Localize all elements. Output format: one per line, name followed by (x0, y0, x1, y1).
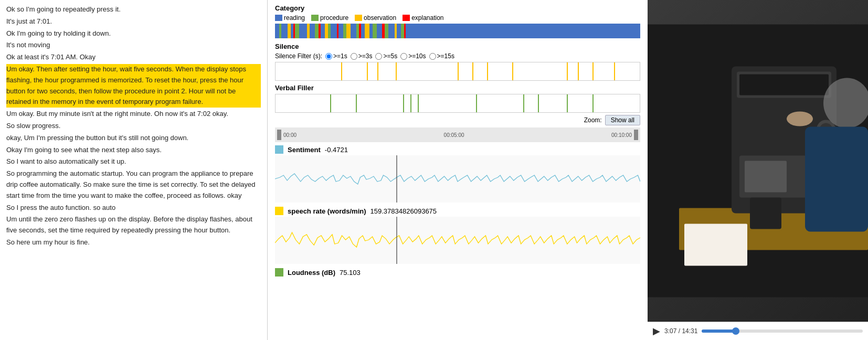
sentiment-value: -0.4721 (325, 146, 348, 154)
legend-color-reading (275, 15, 282, 21)
silence-marker (472, 62, 473, 80)
transcript-line: So slow progress. (6, 121, 261, 132)
timeline-label-end: 00:10:00 (611, 132, 632, 138)
transcript-line: Um until the zero zero flashes up on the… (6, 214, 261, 236)
category-bar-segment (281, 24, 288, 38)
sentiment-color-box (275, 145, 283, 154)
category-bar-segment (275, 24, 279, 38)
legend-color-explanation (403, 15, 410, 21)
verbal-filler-marker (418, 94, 419, 112)
silence-option-1s[interactable]: >=1s (325, 52, 347, 60)
legend-label-reading: reading (284, 14, 305, 22)
verbal-filler-marker (592, 94, 594, 112)
zoom-row: Zoom: Show all (275, 115, 640, 125)
silence-marker (614, 62, 615, 80)
category-bar-segment (397, 24, 401, 38)
category-bar-fill (410, 24, 640, 38)
silence-marker (458, 62, 459, 80)
category-bar-segment (385, 24, 388, 38)
video-scene-svg (648, 0, 868, 322)
silence-marker (367, 62, 368, 80)
svg-point-14 (787, 112, 813, 126)
legend-color-procedure (311, 15, 319, 21)
silence-option-3s[interactable]: >=3s (351, 52, 373, 60)
transcript-line: So here um my hour is fine. (6, 237, 261, 248)
transcript-line: So I want to also automatically set it u… (6, 156, 261, 167)
loudness-value: 75.103 (340, 269, 361, 277)
transcript-line: So I press the auto function. so auto (6, 203, 261, 214)
timeline-labels: 00:00 00:05:00 00:10:00 (281, 132, 634, 138)
category-bar-segment (315, 24, 319, 38)
silence-section: Silence Silence Filter (s): >=1s >=3s >=… (275, 42, 640, 81)
video-progress-bar[interactable] (702, 330, 863, 333)
silence-marker (396, 62, 397, 80)
verbal-filler-marker (403, 94, 404, 112)
legend-item-observation: observation (355, 14, 396, 22)
speech-rate-value: 159.37834826093675 (371, 207, 437, 215)
verbal-filler-bar (275, 94, 640, 113)
timeline-label-start: 00:00 (283, 132, 297, 138)
verbal-filler-marker (476, 94, 477, 112)
silence-marker (592, 62, 594, 80)
video-frame (648, 0, 868, 322)
category-bar-segment (295, 24, 299, 38)
timeline-label-mid: 00:05:00 (444, 132, 464, 138)
category-bar-segment (338, 24, 343, 38)
analysis-panel: Category readingprocedureobservationexpl… (268, 0, 648, 340)
transcript-panel: Ok so I'm going to repeatedly press it.I… (0, 0, 268, 340)
video-panel: ▶ 3:07 / 14:31 (648, 0, 868, 340)
video-placeholder (648, 0, 868, 322)
category-bar-segment (321, 24, 325, 38)
verbal-filler-section: Verbal Filler (275, 84, 640, 113)
speech-rate-label: speech rate (words/min) (288, 207, 366, 215)
silence-bar (275, 62, 640, 81)
video-progress-fill (702, 330, 735, 333)
speech-rate-color-box (275, 207, 283, 215)
transcript-line: So programming the automatic startup. Yo… (6, 168, 261, 201)
transcript-line: Um okay. But my minute isn't at the righ… (6, 109, 261, 120)
timeline-slider[interactable]: 00:00 00:05:00 00:10:00 (275, 128, 640, 142)
transcript-line: okay, Um I'm pressing the button but it'… (6, 133, 261, 144)
category-section: Category readingprocedureobservationexpl… (275, 4, 640, 38)
category-label: Category (275, 4, 640, 12)
silence-option-5s[interactable]: >=5s (375, 52, 397, 60)
timeline-handle-right[interactable] (634, 130, 638, 140)
category-bar-segment (299, 24, 307, 38)
legend-color-observation (355, 15, 362, 21)
transcript-line: Ok I'm going to try holding it down. (6, 28, 261, 39)
svg-rect-13 (805, 127, 868, 232)
legend-label-observation: observation (364, 14, 396, 22)
silence-marker (567, 62, 568, 80)
sentiment-chart-section: Sentiment -0.4721 (275, 145, 640, 203)
category-bar-segment (388, 24, 395, 38)
show-all-button[interactable]: Show all (605, 115, 640, 125)
svg-rect-15 (684, 224, 747, 266)
transcript-line: It's not moving (6, 40, 261, 51)
legend-item-explanation: explanation (403, 14, 443, 22)
transcript-line: Ok so I'm going to repeatedly press it. (6, 4, 261, 15)
category-bar-segment (361, 24, 365, 38)
transcript-line: It's just at 7:01. (6, 16, 261, 27)
silence-option-15s[interactable]: >=15s (429, 52, 454, 60)
play-button[interactable]: ▶ (653, 325, 660, 337)
sentiment-chart (275, 155, 640, 203)
silence-label: Silence (275, 42, 640, 50)
silence-marker (341, 62, 342, 80)
timeline-handle-left[interactable] (277, 130, 281, 140)
sentiment-header: Sentiment -0.4721 (275, 145, 640, 154)
silence-filter-label: Silence Filter (s): (275, 52, 322, 60)
verbal-filler-marker (538, 94, 539, 112)
legend-item-reading: reading (275, 14, 305, 22)
category-bar-segment (331, 24, 337, 38)
silence-filter-row: Silence Filter (s): >=1s >=3s >=5s >=10s… (275, 52, 640, 60)
verbal-filler-marker (410, 94, 411, 112)
video-progress-handle[interactable] (732, 327, 739, 335)
silence-marker (377, 62, 378, 80)
sentiment-label: Sentiment (288, 146, 321, 154)
silence-option-10s[interactable]: >=10s (400, 52, 426, 60)
verbal-filler-marker (523, 94, 524, 112)
sentiment-svg (275, 155, 640, 203)
category-bar-segment (377, 24, 382, 38)
legend-label-procedure: procedure (320, 14, 348, 22)
loudness-chart-section: Loudness (dB) 75.103 (275, 268, 640, 277)
